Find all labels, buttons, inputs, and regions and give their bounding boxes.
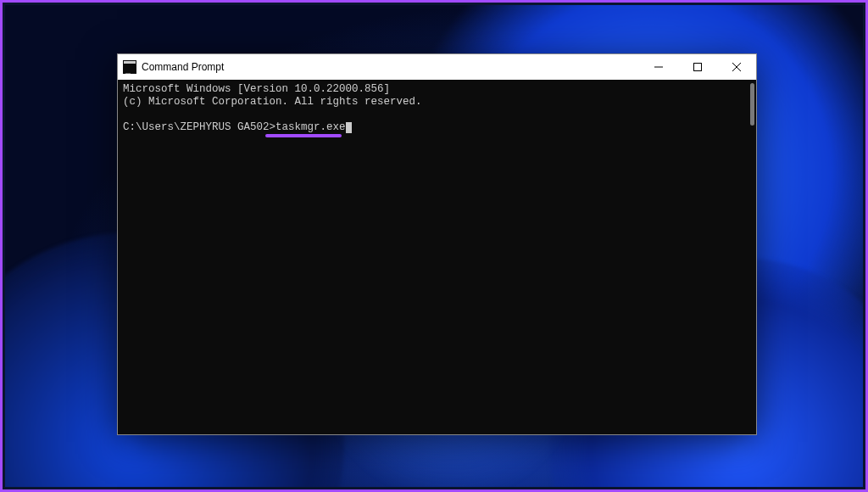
command-highlight-underline xyxy=(265,134,342,137)
text-cursor xyxy=(346,122,352,133)
window-title: Command Prompt xyxy=(142,61,639,73)
terminal-output: Microsoft Windows [Version 10.0.22000.85… xyxy=(123,83,751,134)
cmd-icon: _ xyxy=(123,60,136,74)
command-prompt-window: _ Command Prompt Microsoft Windows [Vers… xyxy=(117,53,757,435)
svg-text:_: _ xyxy=(125,64,131,74)
window-titlebar[interactable]: _ Command Prompt xyxy=(118,54,756,80)
maximize-button[interactable] xyxy=(678,54,717,80)
terminal-body[interactable]: Microsoft Windows [Version 10.0.22000.85… xyxy=(118,80,756,434)
svg-rect-4 xyxy=(694,64,702,71)
scrollbar[interactable] xyxy=(744,80,756,434)
prompt-line: C:\Users\ZEPHYRUS GA502>taskmgr.exe xyxy=(123,121,352,134)
copyright-line: (c) Microsoft Corporation. All rights re… xyxy=(123,96,422,108)
typed-command: taskmgr.exe xyxy=(275,121,346,133)
close-button[interactable] xyxy=(717,54,756,80)
scrollbar-thumb[interactable] xyxy=(750,83,754,126)
minimize-button[interactable] xyxy=(639,54,678,80)
prompt-path: C:\Users\ZEPHYRUS GA502> xyxy=(123,121,275,133)
window-controls xyxy=(639,54,756,80)
version-line: Microsoft Windows [Version 10.0.22000.85… xyxy=(123,83,390,95)
